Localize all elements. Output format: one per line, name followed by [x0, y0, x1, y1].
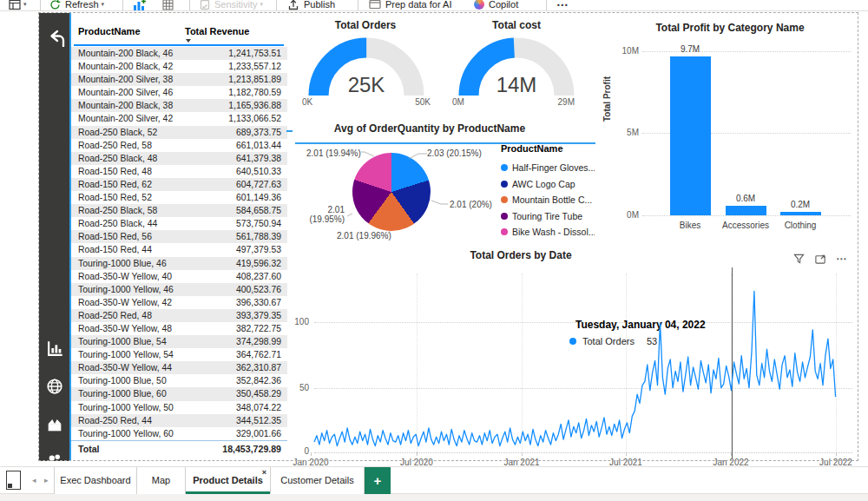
view-table-button[interactable]: ▾: [9, 0, 27, 11]
bar[interactable]: [726, 206, 766, 215]
bar-ytick: 5M: [616, 128, 639, 137]
legend-item[interactable]: Mountain Bottle C...: [501, 193, 595, 207]
open-box-icon: [45, 415, 64, 434]
table-row[interactable]: Road-250 Black, 58584,658.75: [70, 204, 287, 217]
page-tab-map[interactable]: Map: [137, 467, 186, 494]
table-row[interactable]: Mountain-200 Black, 421,233,557.12: [70, 60, 287, 73]
table-row[interactable]: Touring-1000 Blue, 46419,596.32: [70, 257, 287, 270]
axis-tick: [311, 452, 312, 456]
table-header-underline: [74, 44, 284, 46]
table-row[interactable]: Touring-1000 Yellow, 46400,523.76: [70, 283, 287, 296]
back-arrow-icon: [44, 26, 65, 47]
table-col-header-revenue[interactable]: Total Revenue: [185, 26, 249, 36]
legend-bullet-icon: [501, 228, 508, 235]
prev-page-arrow[interactable]: ◂: [32, 467, 36, 494]
grid-icon: [162, 0, 174, 10]
table-row[interactable]: Mountain-200 Silver, 421,133,066.52: [70, 112, 287, 125]
table-row[interactable]: Touring-1000 Blue, 54374,298.99: [70, 335, 287, 348]
legend-bullet-icon: [501, 213, 508, 220]
visual-resize-handle[interactable]: [286, 130, 293, 132]
table-col-header-productname[interactable]: ProductName: [78, 26, 141, 36]
table-row[interactable]: Road-250 Red, 48393,379.35: [70, 309, 287, 322]
table-row[interactable]: Road-350-W Yellow, 40408,237.60: [70, 270, 287, 283]
publish-button[interactable]: Publish: [287, 0, 335, 11]
more-icon: ⋯: [556, 0, 569, 11]
page-view-button[interactable]: [6, 471, 21, 490]
next-page-arrow[interactable]: ▸: [44, 467, 49, 494]
prep-data-button[interactable]: Prep data for AI: [369, 0, 451, 11]
table-row[interactable]: Road-250 Red, 44344,512.35: [70, 414, 287, 427]
table-row[interactable]: Road-150 Red, 44497,379.53: [70, 243, 287, 256]
bar[interactable]: [780, 212, 821, 215]
table-row[interactable]: Road-150 Red, 62604,727.63: [70, 178, 287, 191]
add-page-button[interactable]: +: [365, 467, 391, 494]
pie-callout: 2.01 (19.96%): [337, 231, 391, 241]
pie-callout: 2.01 (19.95%): [308, 205, 345, 224]
visual-selection-border: [69, 13, 71, 461]
table-row[interactable]: Road-250 Black, 48641,379.38: [70, 152, 287, 165]
table-row[interactable]: Touring-1000 Yellow, 50348,074.22: [70, 401, 287, 414]
toolbar-separator: [546, 0, 547, 11]
gridline: [314, 388, 852, 389]
nav-products-button[interactable]: [43, 413, 66, 436]
gauge-title: Total Orders: [287, 19, 444, 31]
table-row[interactable]: Touring-1000 Blue, 50352,842.36: [70, 374, 287, 387]
table-row[interactable]: Touring-1000 Yellow, 60329,001.66: [70, 427, 287, 440]
table-row[interactable]: Road-350-W Yellow, 44362,310.87: [70, 361, 287, 374]
table-row[interactable]: Mountain-200 Black, 461,241,753.51: [70, 47, 287, 60]
more-options-icon[interactable]: ⋯: [836, 253, 847, 265]
toolbar-more-button[interactable]: ⋯: [556, 0, 569, 11]
table-row[interactable]: Road-350-W Yellow, 48382,722.75: [70, 322, 287, 335]
bar-value-label: 0.6M: [720, 194, 772, 203]
table-row[interactable]: Touring-1000 Blue, 60350,458.29: [70, 387, 287, 400]
legend-item[interactable]: AWC Logo Cap: [501, 177, 595, 191]
bar[interactable]: [670, 56, 711, 215]
table-row[interactable]: Mountain-200 Silver, 461,182,780.59: [70, 86, 287, 99]
table-row[interactable]: Road-150 Red, 48640,510.33: [70, 165, 287, 178]
nav-globe-button[interactable]: [43, 375, 66, 398]
gauge-title: Total cost: [438, 19, 595, 31]
axis-tick: [417, 452, 418, 456]
table-row[interactable]: Road-250 Red, 58661,013.44: [70, 139, 287, 152]
table-row[interactable]: Mountain-200 Silver, 381,213,851.89: [70, 73, 287, 86]
axis-tick: [626, 452, 627, 456]
back-button[interactable]: [43, 25, 66, 48]
line-series-path: [314, 291, 836, 445]
pie-chart[interactable]: [352, 153, 431, 231]
table-row[interactable]: Road-250 Black, 44573,750.94: [70, 217, 287, 230]
page-tab-exec-dashboard[interactable]: Exec Dashboard: [54, 467, 137, 494]
total-label: Total: [78, 441, 100, 458]
new-visual-button[interactable]: [133, 0, 147, 11]
nav-bar-chart-button[interactable]: [43, 337, 66, 359]
total-value: 18,453,729.89: [222, 441, 281, 458]
gauge-min-label: 0K: [302, 97, 312, 107]
filter-icon[interactable]: [792, 253, 806, 265]
publish-label: Publish: [304, 0, 335, 10]
legend-item[interactable]: Touring Tire Tube: [501, 209, 595, 223]
legend-item[interactable]: Bike Wash - Dissol...: [501, 225, 595, 239]
axis-tick: [836, 452, 837, 456]
page-tab-customer-details[interactable]: Customer Details: [271, 467, 365, 494]
legend-item[interactable]: Half-Finger Gloves...: [501, 161, 595, 175]
table-row[interactable]: Road-150 Red, 56561,788.39: [70, 230, 287, 243]
text-box-button[interactable]: [162, 0, 174, 11]
status-strip: [0, 493, 868, 501]
page-tab-product-details[interactable]: Product Details×: [186, 467, 271, 494]
copilot-button[interactable]: Copilot: [474, 0, 518, 11]
table-row[interactable]: Road-150 Red, 52601,149.36: [70, 191, 287, 204]
focus-mode-icon[interactable]: [814, 253, 827, 265]
table-row[interactable]: Touring-1000 Yellow, 54364,762.71: [70, 348, 287, 361]
sensitivity-button[interactable]: Sensitivity ▾: [200, 0, 263, 11]
table-row[interactable]: Mountain-200 Black, 381,165,936.88: [70, 99, 287, 112]
tooltip-series: Total Orders: [582, 336, 635, 346]
toolbar-separator: [189, 0, 190, 11]
table-row[interactable]: Road-250 Black, 52689,373.75: [70, 126, 287, 139]
pie-callout: 2.01 (19.94%): [306, 148, 361, 158]
gridline: [836, 274, 837, 452]
table-row[interactable]: Road-350-W Yellow, 42396,330.67: [70, 296, 287, 309]
refresh-button[interactable]: Refresh ▾: [49, 0, 104, 11]
gridline: [626, 274, 627, 452]
gauge-min-label: 0M: [452, 97, 464, 107]
close-tab-icon[interactable]: ×: [262, 467, 266, 478]
legend-bullet-icon: [501, 164, 508, 171]
